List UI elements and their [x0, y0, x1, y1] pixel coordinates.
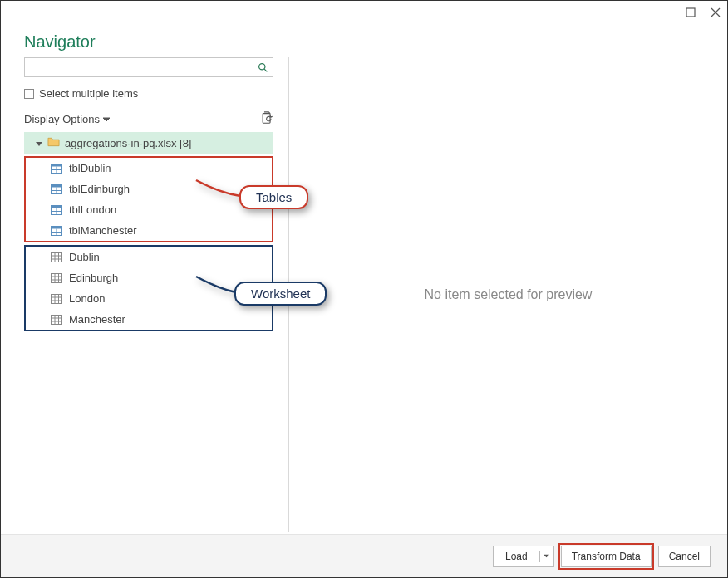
- preview-pane: No item selected for preview: [289, 57, 727, 532]
- cancel-button[interactable]: Cancel: [658, 546, 711, 567]
- select-multiple-checkbox[interactable]: [24, 89, 34, 99]
- cancel-label: Cancel: [669, 551, 700, 562]
- svg-rect-9: [52, 164, 62, 166]
- load-dropdown-caret[interactable]: [540, 553, 553, 559]
- worksheets-group-highlight: Dublin Edinburgh London Manchester: [24, 245, 273, 331]
- svg-point-3: [258, 63, 264, 69]
- display-options-label: Display Options: [24, 113, 100, 125]
- close-icon[interactable]: [711, 7, 721, 17]
- tree-item-table[interactable]: tblLondon: [26, 199, 272, 220]
- svg-marker-7: [36, 142, 42, 146]
- table-icon: [51, 184, 62, 194]
- svg-rect-39: [52, 315, 62, 324]
- tree-item-label: tblDublin: [69, 162, 111, 174]
- tree-item-label: tblLondon: [69, 203, 116, 216]
- preview-empty-text: No item selected for preview: [425, 287, 593, 302]
- load-button-label: Load: [494, 551, 540, 562]
- search-box[interactable]: [24, 57, 273, 77]
- tree-item-label: Dublin: [69, 251, 100, 263]
- dialog-footer: Load Transform Data Cancel: [1, 534, 727, 577]
- svg-rect-0: [686, 8, 695, 17]
- tree-item-label: London: [69, 292, 105, 305]
- tree-file-node[interactable]: aggregations-in-pq.xlsx [8]: [24, 132, 273, 154]
- search-input[interactable]: [25, 58, 253, 76]
- tree-item-worksheet[interactable]: London: [26, 288, 272, 309]
- tree-item-table[interactable]: tblEdinburgh: [26, 179, 272, 199]
- tree-item-table[interactable]: tblDublin: [26, 158, 272, 179]
- tree-item-worksheet[interactable]: Dublin: [26, 247, 272, 267]
- tree-item-label: tblEdinburgh: [69, 183, 130, 195]
- tree-item-worksheet[interactable]: Manchester: [26, 309, 272, 330]
- select-multiple-label: Select multiple items: [39, 87, 138, 100]
- worksheet-icon: [51, 252, 62, 262]
- svg-rect-29: [52, 273, 62, 282]
- svg-rect-34: [52, 294, 62, 303]
- load-button[interactable]: Load: [493, 546, 554, 567]
- folder-icon: [47, 136, 60, 149]
- table-icon: [51, 226, 62, 236]
- tree-item-label: Edinburgh: [69, 272, 118, 284]
- search-icon[interactable]: [253, 58, 273, 76]
- refresh-icon[interactable]: [261, 111, 273, 127]
- navigator-tree-pane: Select multiple items Display Options ag…: [1, 57, 288, 532]
- svg-line-4: [264, 69, 267, 71]
- table-icon: [51, 164, 62, 174]
- table-icon: [51, 205, 62, 215]
- worksheet-icon: [51, 273, 62, 283]
- tree-file-label: aggregations-in-pq.xlsx [8]: [65, 137, 191, 149]
- worksheet-icon: [51, 315, 62, 325]
- worksheet-icon: [51, 294, 62, 304]
- maximize-icon[interactable]: [686, 7, 696, 17]
- transform-data-button[interactable]: Transform Data: [561, 546, 652, 567]
- svg-marker-44: [544, 555, 549, 558]
- select-multiple-row[interactable]: Select multiple items: [24, 87, 273, 100]
- tree-item-worksheet[interactable]: Edinburgh: [26, 267, 272, 288]
- display-options-dropdown[interactable]: Display Options: [24, 113, 110, 125]
- svg-rect-17: [52, 205, 62, 208]
- svg-rect-24: [52, 252, 62, 262]
- chevron-down-icon: [103, 113, 110, 125]
- transform-data-label: Transform Data: [572, 551, 641, 562]
- tree-item-table[interactable]: tblManchester: [26, 220, 272, 241]
- tree-item-label: Manchester: [69, 313, 125, 326]
- svg-marker-5: [103, 118, 110, 121]
- expand-collapse-icon[interactable]: [36, 137, 42, 149]
- svg-rect-13: [52, 184, 62, 187]
- tree-item-label: tblManchester: [69, 224, 137, 237]
- tables-group-highlight: tblDublin tblEdinburgh tblLondon tblManc…: [24, 156, 273, 242]
- svg-rect-21: [52, 226, 62, 228]
